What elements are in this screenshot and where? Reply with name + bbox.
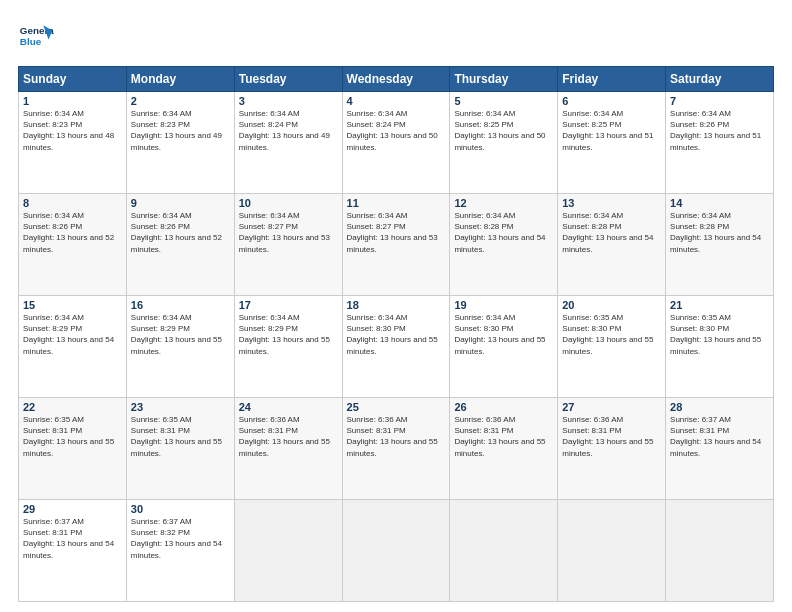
- day-number: 12: [454, 197, 553, 209]
- day-detail: Sunrise: 6:34 AMSunset: 8:23 PMDaylight:…: [23, 108, 122, 153]
- day-detail: Sunrise: 6:34 AMSunset: 8:30 PMDaylight:…: [454, 312, 553, 357]
- calendar-day-cell: 18Sunrise: 6:34 AMSunset: 8:30 PMDayligh…: [342, 296, 450, 398]
- day-detail: Sunrise: 6:34 AMSunset: 8:28 PMDaylight:…: [454, 210, 553, 255]
- day-number: 29: [23, 503, 122, 515]
- logo: General Blue: [18, 18, 54, 54]
- day-detail: Sunrise: 6:34 AMSunset: 8:24 PMDaylight:…: [239, 108, 338, 153]
- day-number: 18: [347, 299, 446, 311]
- svg-text:Blue: Blue: [20, 36, 42, 47]
- calendar-day-cell: 9Sunrise: 6:34 AMSunset: 8:26 PMDaylight…: [126, 194, 234, 296]
- calendar-day-cell: [558, 500, 666, 602]
- day-number: 22: [23, 401, 122, 413]
- day-number: 5: [454, 95, 553, 107]
- calendar-day-cell: 30Sunrise: 6:37 AMSunset: 8:32 PMDayligh…: [126, 500, 234, 602]
- day-number: 15: [23, 299, 122, 311]
- day-number: 30: [131, 503, 230, 515]
- day-number: 26: [454, 401, 553, 413]
- calendar-day-cell: 29Sunrise: 6:37 AMSunset: 8:31 PMDayligh…: [19, 500, 127, 602]
- day-detail: Sunrise: 6:34 AMSunset: 8:29 PMDaylight:…: [131, 312, 230, 357]
- calendar: SundayMondayTuesdayWednesdayThursdayFrid…: [18, 66, 774, 602]
- weekday-header-cell: Saturday: [666, 67, 774, 92]
- calendar-day-cell: 23Sunrise: 6:35 AMSunset: 8:31 PMDayligh…: [126, 398, 234, 500]
- calendar-day-cell: [450, 500, 558, 602]
- day-number: 7: [670, 95, 769, 107]
- day-number: 25: [347, 401, 446, 413]
- weekday-header-cell: Thursday: [450, 67, 558, 92]
- logo-icon: General Blue: [18, 18, 54, 54]
- day-number: 27: [562, 401, 661, 413]
- page: General Blue SundayMondayTuesdayWednesda…: [0, 0, 792, 612]
- day-detail: Sunrise: 6:35 AMSunset: 8:30 PMDaylight:…: [562, 312, 661, 357]
- day-number: 10: [239, 197, 338, 209]
- day-detail: Sunrise: 6:34 AMSunset: 8:25 PMDaylight:…: [562, 108, 661, 153]
- calendar-day-cell: [234, 500, 342, 602]
- calendar-day-cell: 8Sunrise: 6:34 AMSunset: 8:26 PMDaylight…: [19, 194, 127, 296]
- calendar-day-cell: 11Sunrise: 6:34 AMSunset: 8:27 PMDayligh…: [342, 194, 450, 296]
- calendar-day-cell: 27Sunrise: 6:36 AMSunset: 8:31 PMDayligh…: [558, 398, 666, 500]
- calendar-day-cell: 12Sunrise: 6:34 AMSunset: 8:28 PMDayligh…: [450, 194, 558, 296]
- day-number: 8: [23, 197, 122, 209]
- day-detail: Sunrise: 6:34 AMSunset: 8:29 PMDaylight:…: [239, 312, 338, 357]
- day-detail: Sunrise: 6:34 AMSunset: 8:29 PMDaylight:…: [23, 312, 122, 357]
- calendar-day-cell: 5Sunrise: 6:34 AMSunset: 8:25 PMDaylight…: [450, 92, 558, 194]
- day-detail: Sunrise: 6:34 AMSunset: 8:23 PMDaylight:…: [131, 108, 230, 153]
- day-detail: Sunrise: 6:36 AMSunset: 8:31 PMDaylight:…: [562, 414, 661, 459]
- day-detail: Sunrise: 6:35 AMSunset: 8:31 PMDaylight:…: [131, 414, 230, 459]
- calendar-week-row: 22Sunrise: 6:35 AMSunset: 8:31 PMDayligh…: [19, 398, 774, 500]
- day-detail: Sunrise: 6:34 AMSunset: 8:25 PMDaylight:…: [454, 108, 553, 153]
- calendar-day-cell: [666, 500, 774, 602]
- day-number: 2: [131, 95, 230, 107]
- day-number: 9: [131, 197, 230, 209]
- day-number: 6: [562, 95, 661, 107]
- day-number: 4: [347, 95, 446, 107]
- weekday-header-cell: Friday: [558, 67, 666, 92]
- day-detail: Sunrise: 6:37 AMSunset: 8:32 PMDaylight:…: [131, 516, 230, 561]
- day-detail: Sunrise: 6:34 AMSunset: 8:30 PMDaylight:…: [347, 312, 446, 357]
- day-number: 19: [454, 299, 553, 311]
- calendar-day-cell: 13Sunrise: 6:34 AMSunset: 8:28 PMDayligh…: [558, 194, 666, 296]
- day-number: 21: [670, 299, 769, 311]
- day-number: 28: [670, 401, 769, 413]
- calendar-week-row: 1Sunrise: 6:34 AMSunset: 8:23 PMDaylight…: [19, 92, 774, 194]
- calendar-day-cell: 20Sunrise: 6:35 AMSunset: 8:30 PMDayligh…: [558, 296, 666, 398]
- calendar-day-cell: 25Sunrise: 6:36 AMSunset: 8:31 PMDayligh…: [342, 398, 450, 500]
- calendar-day-cell: 6Sunrise: 6:34 AMSunset: 8:25 PMDaylight…: [558, 92, 666, 194]
- day-number: 17: [239, 299, 338, 311]
- calendar-day-cell: 24Sunrise: 6:36 AMSunset: 8:31 PMDayligh…: [234, 398, 342, 500]
- day-detail: Sunrise: 6:34 AMSunset: 8:27 PMDaylight:…: [239, 210, 338, 255]
- day-detail: Sunrise: 6:37 AMSunset: 8:31 PMDaylight:…: [23, 516, 122, 561]
- weekday-header-cell: Tuesday: [234, 67, 342, 92]
- header: General Blue: [18, 18, 774, 54]
- calendar-day-cell: 3Sunrise: 6:34 AMSunset: 8:24 PMDaylight…: [234, 92, 342, 194]
- calendar-week-row: 29Sunrise: 6:37 AMSunset: 8:31 PMDayligh…: [19, 500, 774, 602]
- day-number: 13: [562, 197, 661, 209]
- day-detail: Sunrise: 6:36 AMSunset: 8:31 PMDaylight:…: [347, 414, 446, 459]
- calendar-day-cell: 14Sunrise: 6:34 AMSunset: 8:28 PMDayligh…: [666, 194, 774, 296]
- calendar-day-cell: 4Sunrise: 6:34 AMSunset: 8:24 PMDaylight…: [342, 92, 450, 194]
- day-number: 1: [23, 95, 122, 107]
- calendar-day-cell: 15Sunrise: 6:34 AMSunset: 8:29 PMDayligh…: [19, 296, 127, 398]
- day-detail: Sunrise: 6:34 AMSunset: 8:24 PMDaylight:…: [347, 108, 446, 153]
- calendar-day-cell: 21Sunrise: 6:35 AMSunset: 8:30 PMDayligh…: [666, 296, 774, 398]
- calendar-day-cell: 19Sunrise: 6:34 AMSunset: 8:30 PMDayligh…: [450, 296, 558, 398]
- calendar-day-cell: 16Sunrise: 6:34 AMSunset: 8:29 PMDayligh…: [126, 296, 234, 398]
- day-number: 14: [670, 197, 769, 209]
- weekday-header-cell: Sunday: [19, 67, 127, 92]
- day-detail: Sunrise: 6:36 AMSunset: 8:31 PMDaylight:…: [239, 414, 338, 459]
- day-number: 16: [131, 299, 230, 311]
- day-detail: Sunrise: 6:35 AMSunset: 8:31 PMDaylight:…: [23, 414, 122, 459]
- calendar-week-row: 15Sunrise: 6:34 AMSunset: 8:29 PMDayligh…: [19, 296, 774, 398]
- day-detail: Sunrise: 6:37 AMSunset: 8:31 PMDaylight:…: [670, 414, 769, 459]
- day-number: 11: [347, 197, 446, 209]
- day-number: 20: [562, 299, 661, 311]
- calendar-day-cell: 7Sunrise: 6:34 AMSunset: 8:26 PMDaylight…: [666, 92, 774, 194]
- calendar-day-cell: 2Sunrise: 6:34 AMSunset: 8:23 PMDaylight…: [126, 92, 234, 194]
- day-detail: Sunrise: 6:34 AMSunset: 8:26 PMDaylight:…: [670, 108, 769, 153]
- calendar-day-cell: 28Sunrise: 6:37 AMSunset: 8:31 PMDayligh…: [666, 398, 774, 500]
- day-detail: Sunrise: 6:36 AMSunset: 8:31 PMDaylight:…: [454, 414, 553, 459]
- day-detail: Sunrise: 6:34 AMSunset: 8:26 PMDaylight:…: [23, 210, 122, 255]
- weekday-header-row: SundayMondayTuesdayWednesdayThursdayFrid…: [19, 67, 774, 92]
- day-detail: Sunrise: 6:34 AMSunset: 8:28 PMDaylight:…: [562, 210, 661, 255]
- day-number: 24: [239, 401, 338, 413]
- calendar-day-cell: [342, 500, 450, 602]
